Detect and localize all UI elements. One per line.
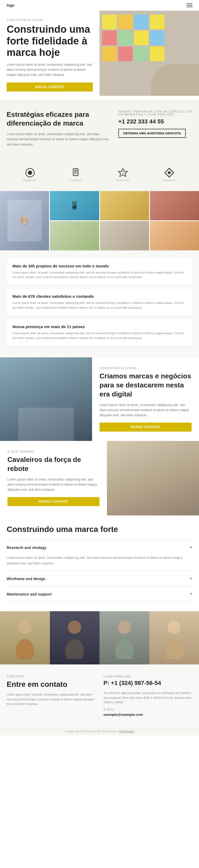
strategies-description: Lorem ipsum dolor sit amet, consectetur …	[7, 132, 110, 147]
logo-item-4: COMPANY	[146, 165, 192, 184]
gallery-item-2: 📱	[50, 191, 99, 220]
stat-desc-2: Lorem ipsum dolor sit amet, consectetur …	[12, 301, 187, 310]
hamburger-button[interactable]	[187, 3, 192, 7]
logo-icon-1: COMPANY	[23, 167, 37, 182]
split-label-2: O QUE FAZEMOS	[7, 450, 100, 453]
footer-link[interactable]: Text Element	[119, 730, 134, 733]
sticky-note	[102, 31, 117, 45]
hero-description: Lorem ipsum dolor sit amet, consectetur …	[7, 62, 93, 78]
team-photo-1	[0, 611, 50, 664]
sticky-note	[118, 31, 133, 45]
split-title-2: Cavaleiros da força de rebote	[7, 455, 100, 473]
split-desc-2: Lorem ipsum dolor sit amet, consectetur …	[7, 477, 100, 493]
split-content-1: CONSISTÊNCIA VISUAL Criamos marcas e neg…	[92, 358, 199, 441]
stats-section: Mais de 345 projetos de sucesso em todo …	[0, 250, 199, 358]
gallery-icon-1: 🎨	[19, 216, 30, 226]
svg-point-16	[118, 621, 131, 634]
gallery-item-1: 🎨	[0, 191, 49, 250]
svg-point-13	[16, 639, 34, 659]
strategies-contact: PRONTO PARA FALAR COM UM ESPECIALISTA EM…	[118, 110, 192, 138]
split-section-2: O QUE FAZEMOS Cavaleiros da força de reb…	[0, 441, 199, 516]
hamburger-line-3	[187, 7, 192, 7]
sticky-note	[118, 14, 133, 29]
split-cta-2[interactable]: NOSSO CONTATO	[7, 497, 100, 506]
sticky-note	[102, 46, 117, 61]
stat-desc-3: Lorem ipsum dolor sit amet, consectetur …	[12, 331, 187, 340]
gallery-item-5	[50, 221, 99, 250]
accordion-content-1: Lorem ipsum dolor sit amet, consectetur …	[7, 555, 192, 571]
accordion-icon-2: +	[190, 576, 192, 581]
accordion-header-1[interactable]: Research and strategy +	[7, 540, 192, 555]
header: logo	[0, 0, 199, 11]
gallery-item-3	[100, 191, 149, 220]
hero-cta-button[interactable]: NOSSO CONTATO	[7, 83, 93, 92]
sticky-note	[134, 31, 149, 45]
accordion-title-3: Maintenance and support	[7, 592, 52, 596]
contact-left: CONTATOS Entre em contato Lorem ipsum do…	[7, 675, 104, 717]
sticky-note	[134, 46, 149, 61]
strategies-cta-button[interactable]: OBTENHA UMA AUDITORIA GRATUITA	[118, 129, 186, 138]
split-section-1: CONSISTÊNCIA VISUAL Criamos marcas e neg…	[0, 358, 199, 441]
contact-email[interactable]: exemplo@exemplo.com	[104, 713, 192, 717]
logo-icon-4: COMPANY	[162, 167, 176, 182]
hero-label: CONSISTÊNCIA VISUAL	[7, 19, 93, 22]
accordion-item-3: Maintenance and support +	[7, 586, 192, 602]
footer: Sample text. Click to select the Text El…	[0, 727, 199, 736]
hero-title: Construindo uma forte fidelidade à marca…	[7, 24, 93, 59]
stat-title-1: Mais de 345 projetos de sucesso em todo …	[12, 264, 187, 268]
logo-item-2: COMPANY	[53, 165, 100, 184]
split-image-1	[0, 358, 92, 441]
logo-icon-2: COMPANY	[70, 167, 83, 182]
person-3-icon	[114, 617, 135, 659]
gallery-item-7	[150, 221, 199, 250]
sticky-note	[134, 14, 149, 29]
split-label-1: CONSISTÊNCIA VISUAL	[100, 367, 192, 370]
accordion-header-3[interactable]: Maintenance and support +	[7, 586, 192, 602]
strategies-contact-label: PRONTO PARA FALAR COM UM ESPECIALISTA EM…	[118, 110, 192, 116]
hero-image	[100, 11, 199, 96]
person-2-icon	[64, 617, 85, 659]
svg-point-18	[167, 621, 181, 634]
accordion-section: Construindo uma marca forte Research and…	[0, 516, 199, 611]
gallery-icon-2: 📱	[70, 201, 79, 210]
stat-title-3: Nossa presença em mais de 11 países	[12, 324, 187, 329]
accordion-title-2: Wireframe and design	[7, 577, 45, 581]
sticky-note	[102, 14, 117, 29]
hamburger-line-1	[187, 3, 192, 4]
svg-marker-8	[118, 168, 128, 177]
logo-item-1: COMPANY	[7, 165, 53, 184]
svg-point-15	[65, 639, 84, 659]
split-cta-1[interactable]: NOSSO CONTATO	[100, 423, 192, 432]
svg-point-12	[18, 621, 32, 634]
accordion-header-2[interactable]: Wireframe and design +	[7, 571, 192, 586]
gallery-section: 🎨 📱	[0, 191, 199, 250]
svg-point-14	[68, 621, 81, 634]
sticky-note	[150, 31, 164, 45]
svg-point-17	[115, 639, 134, 659]
hand-area	[151, 64, 199, 96]
split-title-1: Criamos marcas e negócios para se destac…	[100, 372, 192, 399]
logo-name-1: COMPANY	[23, 179, 37, 182]
svg-point-19	[165, 639, 183, 659]
sticky-note	[150, 46, 164, 61]
gallery-content-1: 🎨	[7, 200, 42, 241]
strategies-content: Estratégias eficazes para diferenciação …	[7, 110, 110, 147]
sticky-note	[118, 46, 133, 61]
company-logo-1-icon	[25, 167, 35, 178]
hero-content: CONSISTÊNCIA VISUAL Construindo uma fort…	[0, 11, 100, 99]
stat-title-2: Mais de 678 clientes satisfeitos e conta…	[12, 294, 187, 299]
stat-item-1: Mais de 345 projetos de sucesso em todo …	[7, 258, 192, 285]
sticky-notes-grid	[102, 14, 164, 61]
split-img-content-2	[107, 441, 199, 516]
split-desc-1: Lorem ipsum dolor sit amet, consectetur …	[100, 403, 192, 418]
contact-description: Lorem ipsum dolor sit amet, consectetur …	[7, 692, 95, 707]
person-4-icon	[163, 617, 185, 659]
team-photo-3	[100, 611, 149, 664]
company-logo-2-icon	[71, 167, 82, 178]
split-img-content-1	[0, 358, 92, 441]
company-logo-4-icon	[164, 167, 174, 178]
team-photo-4	[149, 611, 199, 664]
accordion-item-1: Research and strategy + Lorem ipsum dolo…	[7, 540, 192, 571]
contact-section: CONTATOS Entre em contato Lorem ipsum do…	[0, 664, 199, 727]
gallery-item-6	[100, 221, 149, 250]
